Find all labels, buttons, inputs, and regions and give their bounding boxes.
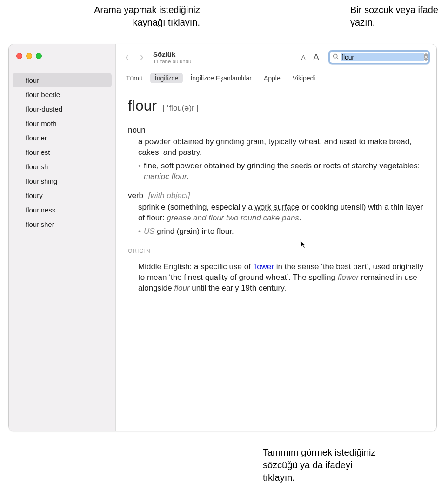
example-text: manioc flour bbox=[144, 172, 187, 181]
main-pane: ‹ › Sözlük 11 tane bulundu A A ✕ bbox=[116, 44, 436, 431]
svg-line-1 bbox=[337, 58, 338, 59]
result-count: 11 tane bulundu bbox=[153, 59, 192, 64]
separator bbox=[309, 53, 309, 61]
tab-all[interactable]: Tümü bbox=[121, 73, 147, 83]
window-title: Sözlük bbox=[153, 50, 192, 58]
search-icon bbox=[333, 53, 339, 61]
lookup-link-work-surface[interactable]: work surface bbox=[254, 203, 299, 212]
sidebar-item[interactable]: flour bbox=[13, 73, 112, 87]
dictionary-window: flour flour beetle flour-dusted flour mo… bbox=[8, 44, 437, 431]
sidebar-item[interactable]: flourisher bbox=[9, 217, 115, 232]
tab-english[interactable]: İngilizce bbox=[150, 73, 183, 83]
chevron-right-icon: › bbox=[140, 52, 143, 62]
sidebar: flour flour beetle flour-dusted flour mo… bbox=[9, 44, 116, 431]
window-controls bbox=[9, 44, 115, 65]
definition-content: flour | ˈflou(ə)r | noun a powder obtain… bbox=[116, 87, 436, 303]
pronunciation: | ˈflou(ə)r | bbox=[162, 103, 199, 114]
callout-source: Arama yapmak istediğiniz kaynağı tıklayı… bbox=[79, 4, 200, 29]
sidebar-item[interactable]: flouriness bbox=[9, 203, 115, 217]
tab-thesaurus[interactable]: İngilizce Eşanlamlılar bbox=[186, 73, 256, 83]
sidebar-item[interactable]: flourier bbox=[9, 131, 115, 145]
callout-definition: Tanımını görmek istediğiniz sözcüğü ya d… bbox=[263, 446, 384, 484]
pos-noun: noun bbox=[128, 125, 424, 136]
results-list: flour flour beetle flour-dusted flour mo… bbox=[9, 65, 115, 232]
sidebar-item[interactable]: flourishing bbox=[9, 174, 115, 188]
minimize-window-button[interactable] bbox=[26, 53, 32, 59]
pos-verb: verb [with object] bbox=[128, 191, 424, 201]
region-label: US bbox=[144, 227, 155, 236]
toolbar: ‹ › Sözlük 11 tane bulundu A A ✕ bbox=[116, 44, 436, 70]
clear-search-button[interactable]: ✕ bbox=[424, 53, 428, 61]
sidebar-item[interactable]: flour moth bbox=[9, 116, 115, 131]
tab-apple[interactable]: Apple bbox=[259, 73, 285, 83]
close-icon: ✕ bbox=[424, 55, 428, 60]
sidebar-item[interactable]: flour-dusted bbox=[9, 102, 115, 116]
noun-definition: a powder obtained by grinding grain, typ… bbox=[138, 137, 424, 158]
svg-point-0 bbox=[334, 54, 337, 58]
verb-annotation: [with object] bbox=[148, 191, 190, 200]
font-size-control: A A bbox=[299, 50, 322, 64]
decrease-font-button[interactable]: A bbox=[299, 52, 308, 63]
sidebar-item[interactable]: flourish bbox=[9, 159, 115, 174]
zoom-window-button[interactable] bbox=[36, 53, 42, 59]
search-input[interactable] bbox=[341, 53, 424, 61]
callout-search: Bir sözcük veya ifade yazın. bbox=[350, 4, 448, 29]
origin-heading: ORIGIN bbox=[128, 247, 424, 258]
search-field[interactable]: ✕ bbox=[328, 50, 430, 64]
title-block: Sözlük 11 tane bulundu bbox=[153, 50, 192, 64]
close-window-button[interactable] bbox=[16, 53, 22, 59]
sidebar-item[interactable]: flouriest bbox=[9, 145, 115, 159]
verb-subsense: US grind (grain) into flour. bbox=[138, 226, 424, 237]
headword: flour bbox=[128, 96, 157, 116]
example-text: grease and flour two round cake pans bbox=[167, 213, 299, 222]
chevron-left-icon: ‹ bbox=[125, 52, 128, 62]
origin-text: Middle English: a specific use of flower… bbox=[128, 262, 424, 294]
etymology-link-flower[interactable]: flower bbox=[253, 262, 274, 271]
verb-definition: sprinkle (something, especially a work s… bbox=[138, 202, 424, 224]
source-tabs: Tümü İngilizce İngilizce Eşanlamlılar Ap… bbox=[116, 70, 436, 87]
sidebar-item[interactable]: floury bbox=[9, 188, 115, 203]
increase-font-button[interactable]: A bbox=[310, 50, 322, 64]
forward-button[interactable]: › bbox=[135, 51, 148, 64]
tab-wikipedia[interactable]: Vikipedi bbox=[288, 73, 320, 83]
back-button[interactable]: ‹ bbox=[120, 51, 134, 64]
sidebar-item[interactable]: flour beetle bbox=[9, 87, 115, 102]
noun-subsense: fine, soft powder obtained by grinding t… bbox=[138, 161, 424, 182]
